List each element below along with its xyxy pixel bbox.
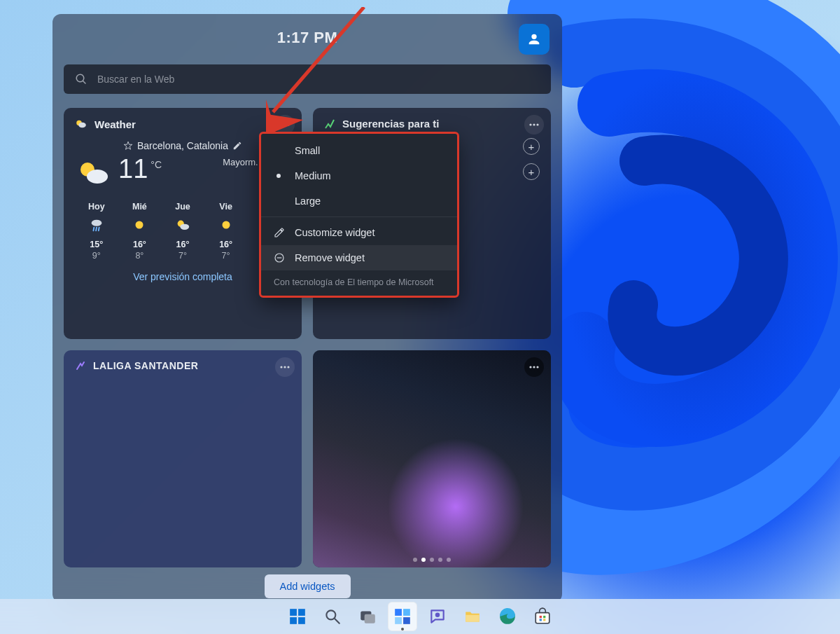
svg-point-1 bbox=[78, 123, 86, 128]
temp-unit: °C bbox=[150, 159, 162, 170]
svg-point-14 bbox=[222, 221, 230, 229]
svg-point-4 bbox=[287, 123, 289, 125]
weather-location: Barcelona, Catalonia bbox=[137, 140, 228, 151]
search-bar[interactable] bbox=[64, 64, 551, 94]
svg-point-24 bbox=[536, 366, 538, 368]
day-icon bbox=[118, 216, 162, 234]
day-high: 16° bbox=[161, 240, 204, 249]
profile-button[interactable] bbox=[519, 24, 550, 55]
svg-rect-38 bbox=[395, 617, 402, 624]
ellipsis-icon bbox=[529, 123, 539, 126]
taskbar-start[interactable] bbox=[283, 602, 312, 631]
pencil-icon bbox=[274, 227, 285, 238]
menu-customize-label: Customize widget bbox=[295, 227, 374, 238]
svg-point-22 bbox=[529, 366, 531, 368]
remove-icon bbox=[274, 252, 285, 263]
svg-point-13 bbox=[180, 224, 189, 230]
menu-divider bbox=[261, 216, 457, 217]
svg-point-19 bbox=[280, 366, 282, 368]
taskbar-search[interactable] bbox=[318, 602, 347, 631]
day-low: 8° bbox=[118, 251, 162, 261]
location-icon bbox=[123, 141, 133, 151]
taskbar-edge[interactable] bbox=[493, 602, 522, 631]
forecast-day[interactable]: Mié16°8° bbox=[118, 202, 162, 261]
search-input[interactable] bbox=[97, 74, 540, 85]
taskview-icon bbox=[358, 607, 377, 626]
suggestions-more-button[interactable] bbox=[524, 115, 544, 135]
person-icon bbox=[526, 32, 542, 47]
chat-icon bbox=[428, 607, 447, 626]
photos-more-button[interactable] bbox=[524, 357, 544, 377]
widgets-panel: 1:17 PM Weather Barcelona, Catalonia bbox=[52, 14, 562, 602]
day-name: Mié bbox=[118, 202, 162, 212]
svg-point-20 bbox=[284, 366, 286, 368]
suggestions-title: Sugerencias para ti bbox=[342, 118, 439, 130]
svg-point-7 bbox=[91, 220, 102, 226]
svg-rect-31 bbox=[298, 617, 305, 624]
day-high: 15° bbox=[75, 240, 118, 249]
weather-icon bbox=[75, 118, 88, 130]
svg-rect-29 bbox=[298, 609, 305, 616]
svg-line-10 bbox=[99, 228, 99, 231]
forecast-day[interactable]: Vie16°7° bbox=[204, 202, 248, 261]
menu-remove-label: Remove widget bbox=[295, 252, 365, 263]
day-icon bbox=[75, 216, 118, 234]
store-icon bbox=[533, 607, 552, 626]
suggestion-add-button[interactable]: + bbox=[523, 138, 540, 155]
ellipsis-icon bbox=[280, 366, 290, 368]
explorer-icon bbox=[463, 607, 482, 626]
svg-line-33 bbox=[335, 619, 340, 623]
forecast-day[interactable]: Hoy15°9° bbox=[75, 202, 118, 261]
svg-rect-45 bbox=[543, 616, 545, 618]
carousel-dots[interactable] bbox=[313, 558, 551, 562]
day-low: 7° bbox=[161, 251, 204, 261]
menu-footer-note: Con tecnología de El tiempo de Microsoft bbox=[261, 270, 457, 290]
taskbar-explorer[interactable] bbox=[458, 602, 487, 631]
laliga-more-button[interactable] bbox=[275, 357, 295, 377]
svg-rect-28 bbox=[290, 609, 297, 616]
svg-rect-46 bbox=[540, 619, 542, 621]
svg-point-23 bbox=[533, 366, 535, 368]
svg-point-16 bbox=[529, 123, 531, 125]
start-icon bbox=[288, 607, 307, 626]
svg-point-32 bbox=[326, 610, 335, 619]
photos-widget bbox=[313, 350, 551, 567]
search-icon bbox=[75, 73, 88, 85]
day-icon bbox=[204, 216, 248, 234]
edge-icon bbox=[498, 607, 517, 626]
svg-rect-43 bbox=[536, 613, 550, 623]
sports-icon bbox=[75, 360, 86, 371]
weather-title: Weather bbox=[94, 118, 136, 130]
menu-remove-widget[interactable]: Remove widget bbox=[261, 245, 457, 270]
menu-size-medium[interactable]: Medium bbox=[261, 163, 457, 188]
menu-size-small[interactable]: Small bbox=[261, 138, 457, 163]
svg-rect-37 bbox=[403, 609, 410, 616]
svg-point-2 bbox=[280, 123, 282, 125]
taskbar-widgets[interactable] bbox=[388, 602, 417, 631]
svg-point-40 bbox=[435, 613, 440, 618]
day-low: 9° bbox=[75, 251, 118, 261]
laliga-title: LALIGA SANTANDER bbox=[93, 360, 198, 371]
forecast-day[interactable]: Jue16°7° bbox=[161, 202, 204, 261]
add-widgets-button[interactable]: Add widgets bbox=[265, 574, 351, 598]
svg-point-6 bbox=[87, 170, 108, 184]
suggestion-add-button[interactable]: + bbox=[523, 163, 540, 180]
svg-rect-36 bbox=[395, 609, 402, 616]
day-name: Jue bbox=[161, 202, 204, 212]
svg-line-8 bbox=[93, 228, 94, 231]
svg-line-9 bbox=[96, 228, 97, 231]
day-high: 16° bbox=[118, 240, 162, 249]
taskbar-taskview[interactable] bbox=[353, 602, 382, 631]
search-icon bbox=[323, 607, 342, 626]
current-condition-icon bbox=[75, 156, 111, 192]
svg-rect-35 bbox=[365, 614, 375, 623]
taskbar-chat[interactable] bbox=[423, 602, 452, 631]
full-forecast-link[interactable]: Ver previsión completa bbox=[133, 271, 232, 282]
menu-size-large[interactable]: Large bbox=[261, 188, 457, 214]
svg-point-18 bbox=[536, 123, 538, 125]
svg-rect-47 bbox=[543, 619, 545, 621]
taskbar-store[interactable] bbox=[528, 602, 557, 631]
day-low: 7° bbox=[204, 251, 248, 261]
menu-customize-widget[interactable]: Customize widget bbox=[261, 220, 457, 245]
edit-icon[interactable] bbox=[232, 141, 242, 151]
